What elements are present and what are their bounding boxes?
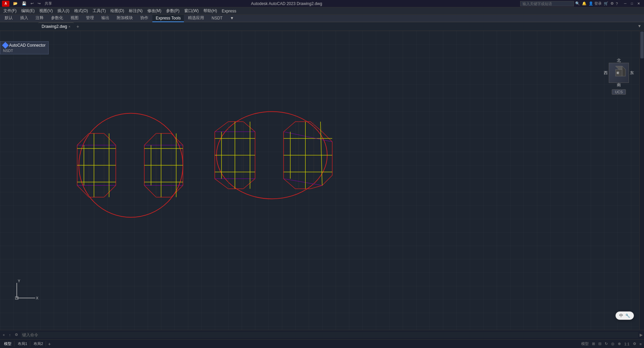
polar-icon[interactable]: ⊕ [617,342,622,346]
svg-text:Y: Y [18,280,20,283]
grid-icon[interactable]: ⊞ [591,342,596,346]
rotate-icon[interactable]: ↻ [604,342,609,346]
menu-modify[interactable]: 修改(M) [145,8,163,14]
tab-default[interactable]: 默认 [1,15,16,22]
signin-button[interactable]: 👤 登录 [589,1,602,6]
help-icon[interactable]: ? [616,2,618,6]
cmd-settings-button[interactable]: ⚙ [13,332,19,337]
ime-widget[interactable]: 中 🔧 [615,311,634,320]
model-icon[interactable]: 模型 [580,341,590,346]
command-input[interactable] [21,332,638,338]
cmd-arrow-right: ▶ [640,333,643,337]
scale-indicator: 1:1 [623,342,630,346]
title-right-icons: 🔍 🔔 👤 登录 🛒 ⚙ ? [575,1,618,6]
close-button[interactable]: ✕ [635,1,642,7]
svg-line-41 [284,132,332,142]
menu-edit[interactable]: 编辑(E) [19,8,37,14]
tooltip-subtitle: NSDT [3,49,46,53]
menu-parameter[interactable]: 参数(P) [164,8,182,14]
tab-view[interactable]: 视图 [67,15,82,22]
customization-icon[interactable]: ⚙ [632,342,637,346]
menu-window[interactable]: 窗口(W) [182,8,201,14]
tab-insert[interactable]: 插入 [17,15,32,22]
tab-layout2[interactable]: 布局2 [31,341,46,347]
search-input[interactable] [520,1,574,6]
compass-ring: 北 南 东 西 前 [604,58,634,88]
tab-options[interactable]: ▾ [638,23,641,29]
tab-model[interactable]: 模型 [1,341,14,347]
cart-icon[interactable]: 🛒 [604,1,608,6]
menu-help[interactable]: 帮助(H) [201,8,219,14]
snap-icon[interactable]: ⊟ [597,342,602,346]
settings-icon[interactable]: ⚙ [610,1,614,6]
tab-output[interactable]: 输出 [98,15,113,22]
tab-featured[interactable]: 精选应用 [185,15,207,22]
menu-view[interactable]: 视图(V) [37,8,55,14]
menu-icon[interactable]: ≡ [639,342,643,346]
redo-icon[interactable]: ↪ [37,1,42,6]
ribbon-tabs: 默认 插入 注释 参数化 视图 管理 输出 附加模块 协作 Express To… [0,15,644,22]
title-bar-quickaccess: 📂 💾 ↩ ↪ 共享 [12,1,53,6]
open-icon[interactable]: 📂 [12,1,19,6]
svg-text:前: 前 [616,71,619,74]
title-bar: A 📂 💾 ↩ ↪ 共享 Autodesk AutoCAD 2023 Drawi… [0,0,644,7]
share-button[interactable]: 共享 [44,1,53,6]
tab-more[interactable]: ▼ [227,15,237,22]
main-drawing-area[interactable]: Y X 北 南 东 西 前 UCS [0,31,644,330]
status-bar-right: 模型 ⊞ ⊟ ↻ ◎ ⊕ 1:1 ⚙ ≡ [580,341,643,346]
menu-format[interactable]: 格式(O) [72,8,90,14]
minimize-button[interactable]: ─ [622,1,629,7]
menu-bar: 文件(F) 编辑(E) 视图(V) 插入(I) 格式(O) 工具(T) 绘图(D… [0,7,644,15]
tab-nsdt[interactable]: NSDT [208,15,226,22]
svg-line-42 [284,179,322,186]
menu-insert[interactable]: 插入(I) [55,8,71,14]
cmd-close-button[interactable]: × [1,333,6,337]
window-controls: ─ □ ✕ [622,1,642,7]
compass-west: 西 [604,70,608,76]
menu-tools[interactable]: 工具(T) [91,8,108,14]
ime-text: 中 [619,313,623,318]
ime-icon: 🔧 [625,313,630,318]
drawing-tab-active[interactable]: Drawing2.dwg × [38,22,74,31]
compass-east: 东 [630,70,634,76]
status-bar: 模型 布局1 布局2 + 模型 ⊞ ⊟ ↻ ◎ ⊕ 1:1 ⚙ ≡ [0,339,644,348]
ucs-label: UCS [612,89,626,95]
coordinate-axis: Y X [12,280,39,300]
drawing-canvas[interactable] [0,31,644,330]
status-bar-left: 模型 布局1 布局2 + [1,341,52,347]
undo-icon[interactable]: ↩ [30,1,35,6]
search-icon[interactable]: 🔍 [575,1,580,6]
app-logo: A [2,1,9,7]
title-bar-right: 🔍 🔔 👤 登录 🛒 ⚙ ? ─ □ ✕ [520,1,642,7]
notification-icon[interactable]: 🔔 [582,1,587,6]
menu-file[interactable]: 文件(F) [1,8,18,14]
command-input-area: × ↑ ⚙ ▶ [1,332,643,338]
add-drawing-tab[interactable]: + [75,23,81,30]
compass-south: 南 [617,82,621,88]
window-title: Autodesk AutoCAD 2023 Drawing2.dwg [53,1,520,6]
tab-addons[interactable]: 附加模块 [113,15,136,22]
save-icon[interactable]: 💾 [21,1,28,6]
tab-parametric[interactable]: 参数化 [48,15,66,22]
menu-draw[interactable]: 绘图(D) [108,8,126,14]
tab-layout1[interactable]: 布局1 [15,341,30,347]
tab-close-icon[interactable]: × [68,25,70,29]
tab-express-tools[interactable]: Express Tools [152,15,184,22]
scrollbar-thumb[interactable] [640,32,644,58]
cmd-arrow-button[interactable]: ↑ [7,333,12,337]
right-scrollbar[interactable] [639,31,644,330]
view-cube-face[interactable]: 前 [609,63,629,83]
title-bar-left: A 📂 💾 ↩ ↪ 共享 [2,1,53,7]
tab-manage[interactable]: 管理 [83,15,97,22]
add-layout-button[interactable]: + [47,341,52,347]
connector-icon [2,42,9,49]
tab-collaborate[interactable]: 协作 [137,15,152,22]
menu-express[interactable]: Express [220,8,238,14]
view-cube[interactable]: 北 南 东 西 前 UCS [604,58,634,105]
ortho-icon[interactable]: ◎ [610,342,615,346]
tooltip-title: AutoCAD Connector [3,43,46,48]
tab-annotate[interactable]: 注释 [32,15,47,22]
tooltip-app-name: AutoCAD Connector [9,43,46,48]
maximize-button[interactable]: □ [629,1,635,7]
menu-dimension[interactable]: 标注(N) [127,8,145,14]
